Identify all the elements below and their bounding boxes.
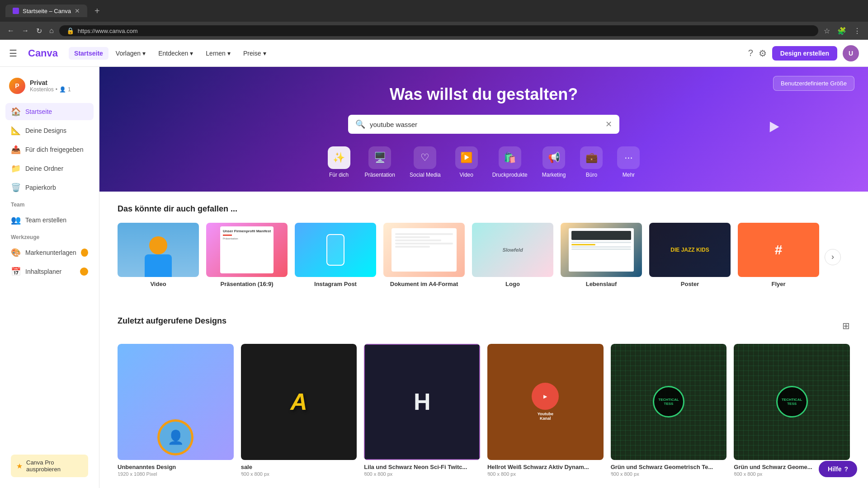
- recent-size-0: 868 x 488 Pixel: [118, 471, 234, 477]
- recent-card-2[interactable]: H Lila und Schwarz Neon Sci-Fi Twitc... …: [364, 344, 480, 477]
- canva-logo[interactable]: Canva: [28, 47, 58, 59]
- forward-btn[interactable]: →: [20, 25, 31, 37]
- poster-title: DIE JAZZ KIDS: [670, 247, 709, 253]
- marketing-label: Marketing: [542, 172, 566, 178]
- shared-icon: 📤: [11, 145, 21, 155]
- hero-cat-marketing[interactable]: 📢 Marketing: [542, 146, 566, 178]
- hero-cat-buro[interactable]: 💼 Büro: [580, 146, 603, 178]
- reload-btn[interactable]: ↻: [34, 25, 44, 37]
- doc-line2: [395, 236, 430, 238]
- recent-thumb-0: 👤: [118, 344, 234, 460]
- trash-icon: 🗑️: [11, 183, 21, 192]
- extensions-btn[interactable]: 🧩: [835, 25, 848, 37]
- settings-icon[interactable]: ⚙: [759, 48, 767, 59]
- suggestion-card-insta[interactable]: Instagram Post: [295, 223, 376, 287]
- tab-close[interactable]: ✕: [75, 7, 80, 14]
- sidebar-item-trash[interactable]: 🗑️ Papierkorb: [5, 179, 94, 196]
- pres-sub: Präsentation: [223, 237, 271, 240]
- recent-card-3[interactable]: ▶ YoutubeKanal Hellrot Weiß Schwarz Akti…: [487, 344, 604, 477]
- custom-size-button[interactable]: Benutzerdefinierte Größe: [773, 76, 854, 91]
- next-button[interactable]: ›: [825, 249, 841, 265]
- suggestion-card-poster[interactable]: DIE JAZZ KIDS Poster: [649, 223, 731, 287]
- pres-thumb: Unser Firmenprofil Manifest Präsentation: [206, 223, 288, 277]
- sidebar-item-team-erstellen[interactable]: 👥 Team erstellen: [5, 211, 94, 229]
- address-bar[interactable]: 🔒 https://www.canva.com: [59, 25, 818, 36]
- recent-section: Zuletzt aufgerufene Designs ⊞ 👤: [99, 304, 868, 488]
- suggestion-card-video[interactable]: Video: [118, 223, 199, 287]
- recent-size-3: 800 x 800 px: [487, 471, 604, 477]
- suggestion-card-flyer[interactable]: # Flyer: [738, 223, 819, 287]
- hilfe-label: Hilfe: [828, 465, 841, 473]
- hero-cat-furdich[interactable]: ✨ Für dich: [328, 146, 350, 178]
- recent-thumb-3: ▶ YoutubeKanal: [487, 344, 604, 460]
- help-icon[interactable]: ?: [748, 48, 753, 58]
- person-head: [149, 236, 167, 254]
- user-info: Privat Kostenlos • 👤 1: [30, 79, 71, 93]
- hilfe-button[interactable]: Hilfe ?: [819, 461, 857, 477]
- recent-title: Zuletzt aufgerufene Designs: [118, 316, 226, 326]
- recent-thumb-4: TECHTICALTESS: [611, 344, 727, 460]
- nav-link-vorlagen[interactable]: Vorlagen ▾: [110, 47, 151, 60]
- sidebar-item-inhaltsplaner[interactable]: 📅 Inhaltsplaner: [5, 263, 94, 280]
- browser-chrome: Startseite – Canva ✕ +: [0, 0, 868, 22]
- mehr-label: Mehr: [623, 172, 635, 178]
- hero-cat-praesentation[interactable]: 🖥️ Präsentation: [365, 146, 395, 178]
- suggestions-title: Das könnte dir auch gefallen ...: [118, 204, 850, 214]
- sidebar-item-designs[interactable]: 📐 Deine Designs: [5, 122, 94, 139]
- hero-cat-socialmedia[interactable]: ♡ Social Media: [410, 146, 441, 178]
- sidebar-item-folders[interactable]: 📁 Deine Ordner: [5, 160, 94, 177]
- recent-card-4[interactable]: TECHTICALTESS Grün und Schwarz Geometris…: [611, 344, 727, 477]
- user-name: Privat: [30, 79, 71, 86]
- bookmark-btn[interactable]: ☆: [822, 25, 832, 37]
- logo-label: Logo: [472, 281, 553, 287]
- recent-grid: 👤 Unbenanntes Design 868 x 488 Pixel: [118, 344, 850, 477]
- designs-icon: 📐: [11, 126, 21, 136]
- back-btn[interactable]: ←: [5, 25, 16, 37]
- search-input[interactable]: [370, 121, 601, 128]
- yt-circle: ▶: [532, 383, 559, 410]
- hero-cat-druckprodukte[interactable]: 🛍️ Druckprodukte: [492, 146, 528, 178]
- pres-title: Unser Firmenprofil Manifest: [223, 229, 271, 233]
- praesentation-label: Präsentation: [365, 172, 395, 178]
- tools-section-label: Werkzeuge: [5, 230, 94, 242]
- recent-header: Zuletzt aufgerufene Designs ⊞: [118, 316, 850, 335]
- sidebar-item-markenunterlagen[interactable]: 🎨 Markenunterlagen: [5, 244, 94, 261]
- search-clear-icon[interactable]: ✕: [605, 119, 612, 129]
- nav-link-entdecken[interactable]: Entdecken ▾: [153, 47, 198, 60]
- hamburger-icon[interactable]: ☰: [9, 48, 17, 59]
- recent-card-5[interactable]: TECHTICALTESS Grün und Schwarz Geome... …: [734, 344, 850, 477]
- insta-label: Instagram Post: [295, 281, 376, 287]
- recent-card-1[interactable]: A sale 800 x 800 px: [241, 344, 357, 477]
- socialmedia-label: Social Media: [410, 172, 441, 178]
- suggestion-card-pres[interactable]: Unser Firmenprofil Manifest Präsentation…: [206, 223, 288, 287]
- user-avatar: P: [9, 78, 25, 94]
- menu-btn[interactable]: ⋮: [852, 25, 863, 37]
- design-erstellen-button[interactable]: Design erstellen: [772, 46, 837, 61]
- recent-thumb-1: A: [241, 344, 357, 460]
- suggestion-card-logo[interactable]: Slowfeld Logo: [472, 223, 553, 287]
- leb-line2: [571, 246, 631, 248]
- avatar[interactable]: U: [843, 45, 859, 61]
- planer-badge: [80, 267, 88, 276]
- nav-link-preise[interactable]: Preise ▾: [238, 47, 272, 60]
- url-text: https://www.canva.com: [78, 28, 138, 34]
- hero-cat-video[interactable]: ▶️ Video: [455, 146, 478, 178]
- nav-link-lernen[interactable]: Lernen ▾: [200, 47, 236, 60]
- sidebar: P Privat Kostenlos • 👤 1 🏠 Startseite 📐: [0, 67, 99, 488]
- hero-cat-mehr[interactable]: ··· Mehr: [617, 146, 640, 178]
- sidebar-item-startseite[interactable]: 🏠 Startseite: [5, 103, 94, 120]
- sidebar-item-shared[interactable]: 📤 Für dich freigegeben: [5, 141, 94, 158]
- insta-thumb: [295, 223, 376, 277]
- home-btn[interactable]: ⌂: [47, 25, 56, 37]
- recent-title-0: Unbenanntes Design: [118, 464, 234, 470]
- pro-banner[interactable]: ★ Canva Pro ausprobieren: [11, 455, 88, 477]
- team-section-label: Team: [5, 198, 94, 210]
- nav-right: ? ⚙ Design erstellen U: [748, 45, 859, 61]
- recent-card-0[interactable]: 👤 Unbenanntes Design 868 x 488 Pixel: [118, 344, 234, 477]
- suggestion-card-lebenslauf[interactable]: Lebenslauf: [561, 223, 642, 287]
- new-tab-btn[interactable]: +: [91, 6, 100, 16]
- suggestion-card-doc[interactable]: Dokument im A4-Format: [383, 223, 465, 287]
- nav-link-startseite[interactable]: Startseite: [69, 47, 108, 60]
- grid-view-icon[interactable]: ⊞: [842, 320, 850, 331]
- browser-tab[interactable]: Startseite – Canva ✕: [5, 5, 87, 17]
